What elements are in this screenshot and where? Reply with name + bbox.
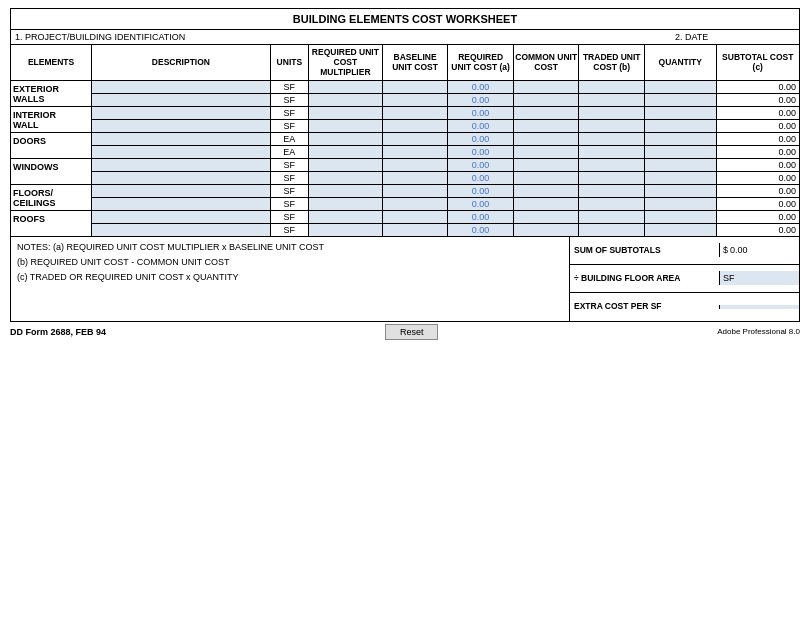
- description-field[interactable]: [92, 223, 271, 236]
- page: BUILDING ELEMENTS COST WORKSHEET 1. PROJ…: [0, 0, 810, 640]
- baseline-field[interactable]: [382, 106, 448, 119]
- quantity-field[interactable]: [645, 132, 717, 145]
- traded-unit-cost-b: [579, 197, 645, 210]
- extra-cost-value: [719, 305, 799, 309]
- quantity-field[interactable]: [645, 145, 717, 158]
- subtotal-cost-c: 0.00: [716, 93, 800, 106]
- date-label: 2. DATE: [675, 32, 795, 42]
- traded-unit-cost-b: [579, 223, 645, 236]
- sum-row: SUM OF SUBTOTALS $ 0.00: [570, 237, 799, 265]
- baseline-field[interactable]: [382, 132, 448, 145]
- common-unit-cost-field[interactable]: [513, 119, 579, 132]
- description-field[interactable]: [92, 171, 271, 184]
- req-mult-field[interactable]: [308, 184, 382, 197]
- floor-area-value[interactable]: SF: [719, 271, 799, 285]
- req-mult-field[interactable]: [308, 223, 382, 236]
- units-cell: SF: [270, 93, 308, 106]
- quantity-field[interactable]: [645, 184, 717, 197]
- subtotal-cost-c: 0.00: [716, 197, 800, 210]
- req-unit-cost-a: 0.00: [448, 223, 514, 236]
- description-field[interactable]: [92, 80, 271, 93]
- baseline-field[interactable]: [382, 158, 448, 171]
- req-mult-field[interactable]: [308, 132, 382, 145]
- common-unit-cost-field[interactable]: [513, 145, 579, 158]
- req-mult-field[interactable]: [308, 171, 382, 184]
- baseline-field[interactable]: [382, 119, 448, 132]
- common-unit-cost-field[interactable]: [513, 80, 579, 93]
- req-mult-field[interactable]: [308, 93, 382, 106]
- req-unit-cost-a: 0.00: [448, 145, 514, 158]
- baseline-field[interactable]: [382, 145, 448, 158]
- common-unit-cost-field[interactable]: [513, 197, 579, 210]
- description-field[interactable]: [92, 184, 271, 197]
- baseline-field[interactable]: [382, 171, 448, 184]
- footer-row: DD Form 2688, FEB 94 Reset Adobe Profess…: [10, 324, 800, 340]
- table-row: SF0.000.00: [11, 197, 800, 210]
- quantity-field[interactable]: [645, 171, 717, 184]
- traded-unit-cost-b: [579, 106, 645, 119]
- table-row: ROOFSSF0.000.00: [11, 210, 800, 223]
- quantity-field[interactable]: [645, 210, 717, 223]
- common-unit-cost-field[interactable]: [513, 158, 579, 171]
- req-mult-field[interactable]: [308, 106, 382, 119]
- baseline-field[interactable]: [382, 210, 448, 223]
- req-unit-cost-a: 0.00: [448, 171, 514, 184]
- req-unit-cost-a: 0.00: [448, 93, 514, 106]
- req-mult-field[interactable]: [308, 145, 382, 158]
- element-label: WINDOWS: [11, 158, 92, 184]
- quantity-field[interactable]: [645, 106, 717, 119]
- common-unit-cost-field[interactable]: [513, 171, 579, 184]
- common-unit-cost-field[interactable]: [513, 184, 579, 197]
- notes-right: SUM OF SUBTOTALS $ 0.00 ÷ BUILDING FLOOR…: [569, 237, 799, 321]
- req-unit-cost-a: 0.00: [448, 197, 514, 210]
- quantity-field[interactable]: [645, 158, 717, 171]
- common-unit-cost-field[interactable]: [513, 223, 579, 236]
- col-header-req-mult: REQUIRED UNIT COST MULTIPLIER: [308, 45, 382, 81]
- quantity-field[interactable]: [645, 197, 717, 210]
- subtotal-cost-c: 0.00: [716, 210, 800, 223]
- col-header-quantity: QUANTITY: [645, 45, 717, 81]
- subtotal-cost-c: 0.00: [716, 184, 800, 197]
- baseline-field[interactable]: [382, 197, 448, 210]
- table-row: WINDOWSSF0.000.00: [11, 158, 800, 171]
- quantity-field[interactable]: [645, 93, 717, 106]
- req-mult-field[interactable]: [308, 197, 382, 210]
- req-mult-field[interactable]: [308, 158, 382, 171]
- subtotal-cost-c: 0.00: [716, 158, 800, 171]
- element-label: ROOFS: [11, 210, 92, 236]
- quantity-field[interactable]: [645, 223, 717, 236]
- reset-button[interactable]: Reset: [385, 324, 439, 340]
- subtotal-cost-c: 0.00: [716, 132, 800, 145]
- traded-unit-cost-b: [579, 145, 645, 158]
- description-field[interactable]: [92, 197, 271, 210]
- baseline-field[interactable]: [382, 184, 448, 197]
- table-row: EA0.000.00: [11, 145, 800, 158]
- req-mult-field[interactable]: [308, 119, 382, 132]
- common-unit-cost-field[interactable]: [513, 93, 579, 106]
- baseline-field[interactable]: [382, 223, 448, 236]
- description-field[interactable]: [92, 145, 271, 158]
- quantity-field[interactable]: [645, 119, 717, 132]
- baseline-field[interactable]: [382, 80, 448, 93]
- traded-unit-cost-b: [579, 80, 645, 93]
- description-field[interactable]: [92, 106, 271, 119]
- note-b: (b) REQUIRED UNIT COST - COMMON UNIT COS…: [17, 255, 563, 270]
- description-field[interactable]: [92, 132, 271, 145]
- quantity-field[interactable]: [645, 80, 717, 93]
- description-field[interactable]: [92, 158, 271, 171]
- baseline-field[interactable]: [382, 93, 448, 106]
- subtotal-cost-c: 0.00: [716, 223, 800, 236]
- description-field[interactable]: [92, 93, 271, 106]
- common-unit-cost-field[interactable]: [513, 132, 579, 145]
- req-mult-field[interactable]: [308, 80, 382, 93]
- sum-value: 0.00: [730, 245, 748, 255]
- description-field[interactable]: [92, 119, 271, 132]
- extra-cost-label: EXTRA COST PER SF: [570, 299, 719, 313]
- req-mult-field[interactable]: [308, 210, 382, 223]
- common-unit-cost-field[interactable]: [513, 210, 579, 223]
- description-field[interactable]: [92, 210, 271, 223]
- table-row: SF0.000.00: [11, 171, 800, 184]
- adobe-label: Adobe Professional 8.0: [717, 327, 800, 336]
- subtotal-cost-c: 0.00: [716, 145, 800, 158]
- common-unit-cost-field[interactable]: [513, 106, 579, 119]
